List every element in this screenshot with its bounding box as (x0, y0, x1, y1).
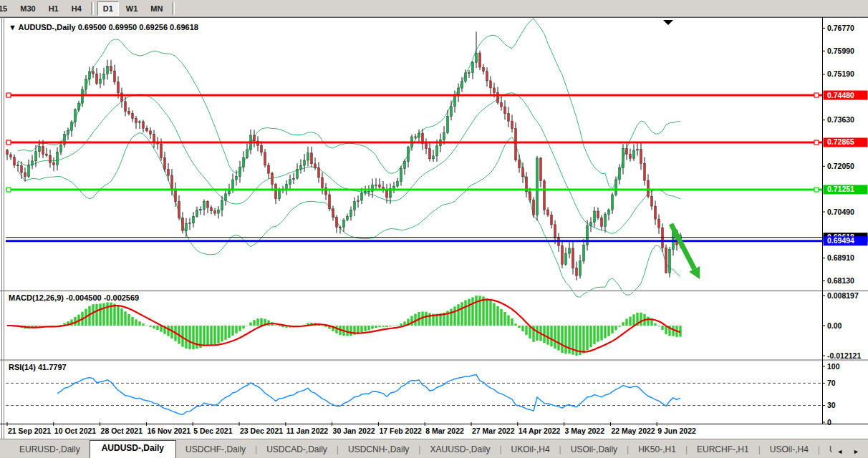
date-label: 11 Jan 2022 (286, 427, 329, 435)
svg-text:0.68130: 0.68130 (827, 276, 854, 285)
date-label: 3 May 2022 (565, 427, 605, 435)
svg-text:-0.012121: -0.012121 (827, 351, 861, 360)
tab-audusd-daily[interactable]: AUDUSD-,Daily (90, 440, 176, 458)
date-label: 9 Jun 2022 (657, 427, 696, 435)
svg-text:0.75190: 0.75190 (827, 69, 854, 78)
level-handle[interactable] (6, 140, 11, 145)
timeframe-button-15[interactable]: 15 (0, 1, 13, 16)
level-handle[interactable] (814, 187, 819, 192)
current-bar-marker (663, 20, 673, 25)
timeframe-button-mn[interactable]: MN (145, 1, 168, 16)
time-axis[interactable]: 21 Sep 202110 Oct 202128 Oct 202116 Nov … (0, 422, 868, 435)
bollinger-bands (18, 19, 680, 298)
svg-text:100: 100 (827, 362, 840, 371)
macd-label: MACD(12,26,9) -0.004500 -0.002569 (9, 293, 139, 302)
level-line-0.71251[interactable] (6, 187, 822, 192)
rsi-indicator (6, 375, 822, 415)
date-label: 16 Nov 2021 (147, 427, 191, 435)
chart-svg[interactable]: 0.767700.759900.751900.736300.720500.704… (0, 17, 868, 439)
date-label: 30 Jan 2022 (333, 427, 375, 435)
macd-axis[interactable]: 0.0081970.00-0.012121 (822, 291, 861, 360)
chart-title: ▼ AUDUSD-,Daily 0.69500 0.69950 0.69256 … (9, 23, 198, 31)
tab-ukoil-h4[interactable]: UKOil-,H4 (502, 442, 559, 458)
rsi-axis[interactable]: 10070300 (822, 362, 840, 427)
svg-text:0.008197: 0.008197 (827, 291, 859, 300)
trend-arrow[interactable] (671, 224, 700, 279)
date-label: 5 Dec 2021 (193, 427, 232, 435)
tab-usdcad-daily[interactable]: USDCAD-,Daily (257, 442, 337, 458)
timeframe-button-h1[interactable]: H1 (43, 1, 64, 16)
tab-hk50-h1[interactable]: HK50-,H1 (629, 442, 685, 458)
svg-text:0.72050: 0.72050 (827, 162, 854, 170)
tab-usdchf-daily[interactable]: USDCHF-,Daily (176, 442, 255, 458)
tab-usoil-h4[interactable]: USOil-,H4 (761, 442, 818, 458)
date-label: 21 Sep 2021 (8, 427, 51, 435)
tab-scroll-right[interactable]: ► (853, 449, 859, 455)
macd-indicator (6, 296, 681, 356)
date-label: 22 May 2022 (611, 427, 655, 435)
tab-eurchf-h1[interactable]: EURCHF-,H1 (688, 442, 758, 458)
timeframe-button-m30[interactable]: M30 (14, 1, 41, 16)
svg-text:0: 0 (827, 418, 831, 427)
svg-text:0.68910: 0.68910 (827, 253, 854, 262)
timeframe-button-h4[interactable]: H4 (66, 1, 87, 16)
svg-text:0.71251: 0.71251 (827, 185, 854, 193)
timeframe-button-d1[interactable]: D1 (97, 1, 119, 16)
timeframe-button-w1[interactable]: W1 (120, 1, 144, 16)
tab-usoil-daily[interactable]: USOil-,Daily (561, 442, 627, 458)
toolbar-separator (91, 2, 94, 15)
tab-scroll-arrows: ◄► (832, 449, 868, 458)
tab-ukoil-h4[interactable]: UKOil-,H4 (820, 442, 832, 458)
date-label: 14 Apr 2022 (519, 427, 561, 435)
terminal-window: 15M30H1H4D1W1MN 0.767700.759900.751900.7… (0, 0, 868, 458)
tab-xauusd-daily[interactable]: XAUUSD-,Daily (420, 442, 499, 458)
date-label: 17 Feb 2022 (379, 427, 422, 435)
chart-tab-bar: EURUSD-,DailyAUDUSD-,DailyUSDCHF-,Daily|… (0, 439, 868, 458)
date-label: 28 Oct 2021 (101, 427, 143, 435)
level-handle[interactable] (814, 140, 819, 145)
svg-text:0.70490: 0.70490 (827, 208, 854, 216)
svg-text:0.75990: 0.75990 (827, 47, 854, 55)
rsi-label: RSI(14) 41.7797 (9, 363, 67, 371)
panel-frames (0, 17, 868, 439)
date-label: 10 Oct 2021 (54, 427, 97, 435)
svg-text:0.00: 0.00 (827, 321, 842, 330)
candles (6, 31, 682, 280)
svg-text:30: 30 (827, 401, 836, 409)
date-label: 8 Mar 2022 (425, 427, 464, 435)
date-label: 27 Mar 2022 (472, 427, 515, 435)
date-label: 23 Dec 2021 (240, 427, 283, 435)
svg-text:0.69494: 0.69494 (827, 236, 854, 245)
level-handle[interactable] (6, 93, 11, 97)
tab-usdcnh-daily[interactable]: USDCNH-,Daily (339, 442, 418, 458)
svg-text:0.76770: 0.76770 (827, 24, 854, 32)
chart-tabs: EURUSD-,DailyAUDUSD-,DailyUSDCHF-,Daily|… (0, 439, 832, 458)
svg-text:0.74480: 0.74480 (827, 91, 854, 99)
tab-scroll-left[interactable]: ◄ (836, 449, 843, 455)
timeframe-toolbar: 15M30H1H4D1W1MN (0, 0, 868, 17)
svg-text:0.73630: 0.73630 (827, 115, 854, 124)
level-handle[interactable] (814, 93, 819, 97)
svg-text:70: 70 (827, 379, 836, 387)
tab-eurusd-daily[interactable]: EURUSD-,Daily (10, 442, 90, 458)
svg-text:0.72865: 0.72865 (827, 137, 854, 146)
level-handle[interactable] (6, 187, 11, 192)
toolbar-separator (172, 2, 175, 15)
